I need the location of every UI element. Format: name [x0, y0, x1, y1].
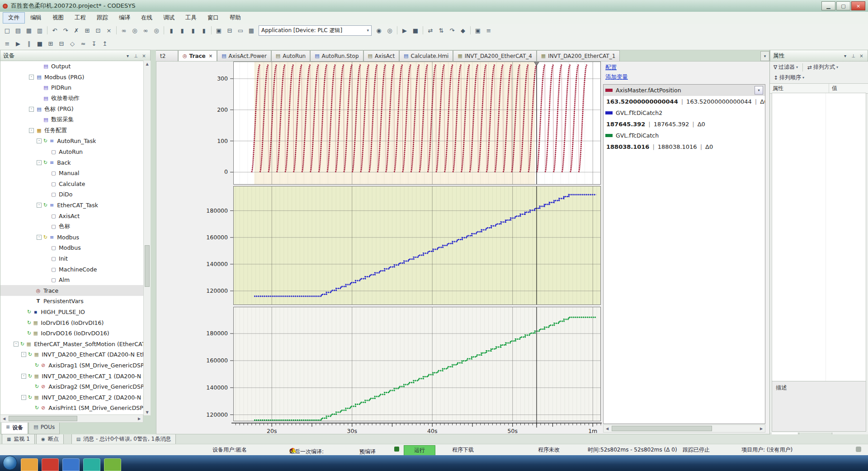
- editor-tab-trace[interactable]: ◎Trace×: [178, 50, 217, 61]
- undo-icon[interactable]: ↶: [49, 25, 60, 36]
- bookmark1-icon[interactable]: ▮: [166, 25, 177, 36]
- dock-tab-2[interactable]: ◉断点: [36, 434, 64, 444]
- build-icon[interactable]: ⊟: [224, 25, 235, 36]
- filter-button[interactable]: ∇ 过滤器▾: [772, 62, 800, 72]
- tree-item-dido[interactable]: ▢DiDo: [0, 189, 150, 200]
- run-icon[interactable]: ▶: [399, 25, 410, 36]
- chart-2-gvl-ftcdicatch2[interactable]: 180000160000140000120000: [156, 186, 602, 305]
- step-into-icon[interactable]: ⇅: [436, 25, 447, 36]
- editor-tab-autorun[interactable]: ▤AutoRun: [271, 50, 310, 61]
- paste-icon[interactable]: ⊡: [93, 25, 104, 36]
- tree-item-manual[interactable]: ▢Manual: [0, 168, 150, 179]
- menu-1[interactable]: 文件: [3, 12, 25, 24]
- menu-4[interactable]: 工程: [69, 12, 91, 24]
- tree-item-modbus[interactable]: -↻≡Modbus: [0, 232, 150, 243]
- explorer-icon[interactable]: [21, 458, 38, 471]
- legend-hscrollbar[interactable]: ◀ ▶: [603, 424, 765, 433]
- trace-variable-3[interactable]: GVL.fTcDiCatch: [604, 130, 765, 141]
- minimize-button[interactable]: ▁: [821, 1, 835, 10]
- cut-icon[interactable]: ✗: [71, 25, 82, 36]
- green-app-icon[interactable]: [104, 458, 121, 471]
- scan-icon[interactable]: ◇: [67, 38, 78, 49]
- tree-item-axisdrag1-sm-drive-genericdsp402-[interactable]: ↻⊘AxisDrag1 (SM_Drive_GenericDSP402): [0, 360, 150, 371]
- panel-menu-icon[interactable]: ▾: [124, 52, 131, 59]
- panel-tab-pous[interactable]: ▤POUs: [28, 423, 60, 434]
- tree-item--[interactable]: ▢色标: [0, 221, 150, 232]
- replace-icon[interactable]: ∞: [140, 25, 151, 36]
- dock-tab-3[interactable]: ▤消息 - 总计0个错误, 0警告, 1条消息: [71, 434, 176, 444]
- close-icon[interactable]: ×: [858, 52, 865, 59]
- pin-icon[interactable]: ⊥: [850, 52, 857, 59]
- project-settings-icon[interactable]: ▣: [213, 25, 224, 36]
- maximize-button[interactable]: ▢: [836, 1, 850, 10]
- stop-icon[interactable]: ■: [410, 25, 421, 36]
- application-combo[interactable]: Application [Device: PLC 逻辑]▾: [259, 25, 372, 36]
- tree-item-modbus[interactable]: ▢Modbus: [0, 243, 150, 253]
- close-icon[interactable]: ×: [209, 53, 212, 58]
- editor-tab-axisact[interactable]: ▤AxisAct: [363, 50, 400, 61]
- pin-icon[interactable]: ⊥: [132, 52, 139, 59]
- menu-11[interactable]: 帮助: [224, 12, 246, 24]
- start-orb[interactable]: [3, 456, 17, 470]
- tab-overflow-button[interactable]: ▾: [760, 51, 769, 61]
- tree-item--[interactable]: ▤数据采集: [0, 114, 150, 125]
- tree-item-iodrvdi16-iodrvdi16-[interactable]: ↻▦IoDrvDI16 (IoDrvDI16): [0, 317, 150, 328]
- tree-item-machinecode[interactable]: ▢MachineCode: [0, 264, 150, 275]
- remove-device-icon[interactable]: ⊟: [56, 38, 67, 49]
- editor-tab-autorun-stop[interactable]: ▤AutoRun.Stop: [310, 50, 363, 61]
- generate-icon[interactable]: ▭: [235, 25, 246, 36]
- dock-tab-1[interactable]: ▦监视 1: [2, 434, 35, 444]
- tree-item-calculate[interactable]: ▢Calculate: [0, 179, 150, 190]
- pause-trace-icon[interactable]: ∥: [24, 38, 34, 49]
- device-tree-hscrollbar[interactable]: ◀▶: [0, 414, 143, 423]
- properties-grid[interactable]: [772, 93, 866, 385]
- breakpoint-icon[interactable]: ◆: [458, 25, 468, 36]
- sort-by-button[interactable]: ⇄ 排列方式▾: [806, 62, 840, 72]
- panel-tab--[interactable]: ≡设备: [1, 423, 28, 434]
- expander-icon[interactable]: -: [37, 138, 42, 143]
- expander-icon[interactable]: -: [29, 128, 34, 133]
- menu-5[interactable]: 跟踪: [91, 12, 113, 24]
- tree-item-autorun[interactable]: ▢AutoRun: [0, 147, 150, 157]
- variable-combo-button[interactable]: ▾: [755, 86, 763, 95]
- monitor-icon[interactable]: ▣: [472, 25, 483, 36]
- trace-variable-2[interactable]: GVL.fTcDiCatch2: [604, 107, 765, 119]
- editor-tab-invt-da200-ethercat-1[interactable]: ▦INVT_DA200_EtherCAT_1: [537, 50, 620, 61]
- open-file-icon[interactable]: ▤: [13, 25, 24, 36]
- sort-order-button[interactable]: ↕ 排列顺序▾: [772, 73, 806, 82]
- expander-icon[interactable]: -: [29, 107, 34, 112]
- tree-item-high-pulse-io[interactable]: ↻▪HIGH_PULSE_IO: [0, 307, 150, 318]
- tree-item-back[interactable]: -↻≡Back: [0, 157, 150, 168]
- tree-item-axisprint1-sm-drive-genericdsp402-[interactable]: ↻⊘AxisPrint1 (SM_Drive_GenericDSP402): [0, 403, 150, 414]
- save-icon[interactable]: ▦: [24, 25, 34, 36]
- expander-icon[interactable]: -: [37, 235, 42, 240]
- chart-1-axismaster-factposition[interactable]: 3002001000: [156, 62, 602, 185]
- add-device-icon[interactable]: ⊞: [45, 38, 56, 49]
- chart-3-gvl-ftcdicatch[interactable]: 180000160000140000120000: [156, 307, 602, 421]
- redo-icon[interactable]: ↷: [60, 25, 71, 36]
- tree-item-axisdrag2-sm-drive-genericdsp402-[interactable]: ↻⊘AxisDrag2 (SM_Drive_GenericDSP402): [0, 381, 150, 392]
- tree-item-invt-da200-ethercat-da200-n-ethercat[interactable]: -↻▦INVT_DA200_EtherCAT (DA200-N EtherCAT: [0, 349, 150, 360]
- expander-icon[interactable]: -: [14, 342, 19, 347]
- find-icon[interactable]: ∞: [118, 25, 129, 36]
- red-app-icon[interactable]: [42, 458, 59, 471]
- menu-10[interactable]: 窗口: [202, 12, 224, 24]
- bookmark4-icon[interactable]: ▮: [198, 25, 209, 36]
- expander-icon[interactable]: -: [37, 203, 42, 208]
- import-icon[interactable]: ↥: [99, 38, 110, 49]
- editor-tab-axisact-power[interactable]: ▤AxisAct.Power: [217, 50, 271, 61]
- tree-item-alm[interactable]: ▢Alm: [0, 275, 150, 285]
- close-icon[interactable]: ×: [141, 52, 147, 59]
- library-icon[interactable]: ▦: [246, 25, 257, 36]
- expander-icon[interactable]: -: [21, 374, 26, 379]
- expander-icon[interactable]: -: [37, 160, 42, 165]
- configure-link[interactable]: 配置: [605, 64, 617, 71]
- editor-tab-calculate-hmi[interactable]: ▤Calculate.Hmi: [399, 50, 453, 61]
- tree-item-trace[interactable]: ◎Trace: [0, 285, 150, 296]
- bookmark3-icon[interactable]: ▮: [188, 25, 198, 36]
- tree-item-persistentvars[interactable]: TPersistentVars: [0, 296, 150, 307]
- expander-icon[interactable]: -: [29, 75, 34, 80]
- editor-tab-invt-da200-ethercat-4[interactable]: ▦INVT_DA200_EtherCAT_4: [453, 50, 536, 61]
- replace-all-icon[interactable]: ◎: [151, 25, 162, 36]
- delete-icon[interactable]: ×: [104, 25, 114, 36]
